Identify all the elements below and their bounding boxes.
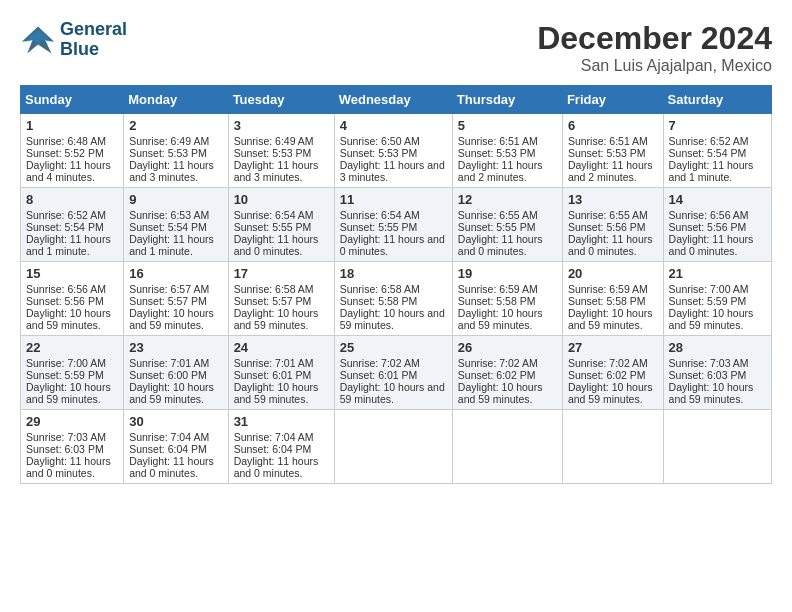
- sunrise-label: Sunrise: 7:02 AM: [340, 357, 420, 369]
- day-number: 3: [234, 118, 329, 133]
- sunset-label: Sunset: 5:59 PM: [669, 295, 747, 307]
- calendar-cell: 13 Sunrise: 6:55 AM Sunset: 5:56 PM Dayl…: [562, 188, 663, 262]
- sunrise-label: Sunrise: 7:01 AM: [234, 357, 314, 369]
- daylight-label: Daylight: 11 hours and 2 minutes.: [568, 159, 653, 183]
- daylight-label: Daylight: 11 hours and 0 minutes.: [26, 455, 111, 479]
- sunrise-label: Sunrise: 7:01 AM: [129, 357, 209, 369]
- calendar-week-row: 8 Sunrise: 6:52 AM Sunset: 5:54 PM Dayli…: [21, 188, 772, 262]
- daylight-label: Daylight: 10 hours and 59 minutes.: [568, 381, 653, 405]
- calendar-cell: 27 Sunrise: 7:02 AM Sunset: 6:02 PM Dayl…: [562, 336, 663, 410]
- calendar-cell: 1 Sunrise: 6:48 AM Sunset: 5:52 PM Dayli…: [21, 114, 124, 188]
- sunrise-label: Sunrise: 6:58 AM: [234, 283, 314, 295]
- sunset-label: Sunset: 6:04 PM: [129, 443, 207, 455]
- sunset-label: Sunset: 5:52 PM: [26, 147, 104, 159]
- col-header-thursday: Thursday: [452, 86, 562, 114]
- day-number: 22: [26, 340, 118, 355]
- day-number: 5: [458, 118, 557, 133]
- sunset-label: Sunset: 6:03 PM: [26, 443, 104, 455]
- day-number: 24: [234, 340, 329, 355]
- day-number: 15: [26, 266, 118, 281]
- sunset-label: Sunset: 6:03 PM: [669, 369, 747, 381]
- calendar-cell: 4 Sunrise: 6:50 AM Sunset: 5:53 PM Dayli…: [334, 114, 452, 188]
- sunrise-label: Sunrise: 6:55 AM: [568, 209, 648, 221]
- sunrise-label: Sunrise: 6:52 AM: [669, 135, 749, 147]
- calendar-cell: 8 Sunrise: 6:52 AM Sunset: 5:54 PM Dayli…: [21, 188, 124, 262]
- sunset-label: Sunset: 6:01 PM: [234, 369, 312, 381]
- day-number: 1: [26, 118, 118, 133]
- calendar-week-row: 29 Sunrise: 7:03 AM Sunset: 6:03 PM Dayl…: [21, 410, 772, 484]
- day-number: 9: [129, 192, 222, 207]
- calendar-cell: 25 Sunrise: 7:02 AM Sunset: 6:01 PM Dayl…: [334, 336, 452, 410]
- calendar-cell: 26 Sunrise: 7:02 AM Sunset: 6:02 PM Dayl…: [452, 336, 562, 410]
- logo: GeneralBlue: [20, 20, 127, 60]
- day-number: 29: [26, 414, 118, 429]
- calendar-cell: 11 Sunrise: 6:54 AM Sunset: 5:55 PM Dayl…: [334, 188, 452, 262]
- sunrise-label: Sunrise: 6:59 AM: [458, 283, 538, 295]
- sunrise-label: Sunrise: 7:00 AM: [669, 283, 749, 295]
- col-header-sunday: Sunday: [21, 86, 124, 114]
- calendar-header-row: SundayMondayTuesdayWednesdayThursdayFrid…: [21, 86, 772, 114]
- day-number: 31: [234, 414, 329, 429]
- calendar-cell: 15 Sunrise: 6:56 AM Sunset: 5:56 PM Dayl…: [21, 262, 124, 336]
- sunset-label: Sunset: 5:54 PM: [26, 221, 104, 233]
- daylight-label: Daylight: 10 hours and 59 minutes.: [669, 307, 754, 331]
- daylight-label: Daylight: 11 hours and 0 minutes.: [669, 233, 754, 257]
- daylight-label: Daylight: 10 hours and 59 minutes.: [234, 307, 319, 331]
- calendar-cell: 10 Sunrise: 6:54 AM Sunset: 5:55 PM Dayl…: [228, 188, 334, 262]
- daylight-label: Daylight: 10 hours and 59 minutes.: [340, 381, 445, 405]
- page-title: December 2024: [537, 20, 772, 57]
- sunrise-label: Sunrise: 6:51 AM: [568, 135, 648, 147]
- calendar-week-row: 1 Sunrise: 6:48 AM Sunset: 5:52 PM Dayli…: [21, 114, 772, 188]
- calendar-cell: 22 Sunrise: 7:00 AM Sunset: 5:59 PM Dayl…: [21, 336, 124, 410]
- calendar-cell: 18 Sunrise: 6:58 AM Sunset: 5:58 PM Dayl…: [334, 262, 452, 336]
- day-number: 13: [568, 192, 658, 207]
- col-header-tuesday: Tuesday: [228, 86, 334, 114]
- calendar-cell: [452, 410, 562, 484]
- day-number: 6: [568, 118, 658, 133]
- calendar-cell: [663, 410, 771, 484]
- calendar-cell: 31 Sunrise: 7:04 AM Sunset: 6:04 PM Dayl…: [228, 410, 334, 484]
- sunset-label: Sunset: 5:55 PM: [340, 221, 418, 233]
- calendar-cell: 9 Sunrise: 6:53 AM Sunset: 5:54 PM Dayli…: [124, 188, 228, 262]
- sunrise-label: Sunrise: 7:03 AM: [669, 357, 749, 369]
- calendar-cell: 2 Sunrise: 6:49 AM Sunset: 5:53 PM Dayli…: [124, 114, 228, 188]
- title-area: December 2024 San Luis Ajajalpan, Mexico: [537, 20, 772, 75]
- sunset-label: Sunset: 5:58 PM: [568, 295, 646, 307]
- sunset-label: Sunset: 5:59 PM: [26, 369, 104, 381]
- calendar-cell: 19 Sunrise: 6:59 AM Sunset: 5:58 PM Dayl…: [452, 262, 562, 336]
- daylight-label: Daylight: 11 hours and 0 minutes.: [568, 233, 653, 257]
- day-number: 18: [340, 266, 447, 281]
- sunset-label: Sunset: 5:56 PM: [26, 295, 104, 307]
- day-number: 16: [129, 266, 222, 281]
- daylight-label: Daylight: 11 hours and 1 minute.: [129, 233, 214, 257]
- day-number: 23: [129, 340, 222, 355]
- daylight-label: Daylight: 11 hours and 0 minutes.: [234, 455, 319, 479]
- sunrise-label: Sunrise: 6:48 AM: [26, 135, 106, 147]
- sunrise-label: Sunrise: 7:04 AM: [234, 431, 314, 443]
- daylight-label: Daylight: 11 hours and 2 minutes.: [458, 159, 543, 183]
- day-number: 4: [340, 118, 447, 133]
- daylight-label: Daylight: 11 hours and 0 minutes.: [458, 233, 543, 257]
- calendar-week-row: 22 Sunrise: 7:00 AM Sunset: 5:59 PM Dayl…: [21, 336, 772, 410]
- daylight-label: Daylight: 11 hours and 0 minutes.: [234, 233, 319, 257]
- day-number: 17: [234, 266, 329, 281]
- col-header-wednesday: Wednesday: [334, 86, 452, 114]
- daylight-label: Daylight: 10 hours and 59 minutes.: [234, 381, 319, 405]
- daylight-label: Daylight: 11 hours and 1 minute.: [26, 233, 111, 257]
- sunrise-label: Sunrise: 7:02 AM: [458, 357, 538, 369]
- calendar-cell: 14 Sunrise: 6:56 AM Sunset: 5:56 PM Dayl…: [663, 188, 771, 262]
- daylight-label: Daylight: 10 hours and 59 minutes.: [458, 307, 543, 331]
- sunrise-label: Sunrise: 6:57 AM: [129, 283, 209, 295]
- sunset-label: Sunset: 5:53 PM: [340, 147, 418, 159]
- daylight-label: Daylight: 10 hours and 59 minutes.: [458, 381, 543, 405]
- logo-text: GeneralBlue: [60, 20, 127, 60]
- daylight-label: Daylight: 11 hours and 0 minutes.: [129, 455, 214, 479]
- day-number: 8: [26, 192, 118, 207]
- day-number: 19: [458, 266, 557, 281]
- daylight-label: Daylight: 10 hours and 59 minutes.: [129, 381, 214, 405]
- sunset-label: Sunset: 5:54 PM: [129, 221, 207, 233]
- sunrise-label: Sunrise: 6:49 AM: [234, 135, 314, 147]
- calendar-cell: 21 Sunrise: 7:00 AM Sunset: 5:59 PM Dayl…: [663, 262, 771, 336]
- daylight-label: Daylight: 10 hours and 59 minutes.: [26, 307, 111, 331]
- daylight-label: Daylight: 10 hours and 59 minutes.: [568, 307, 653, 331]
